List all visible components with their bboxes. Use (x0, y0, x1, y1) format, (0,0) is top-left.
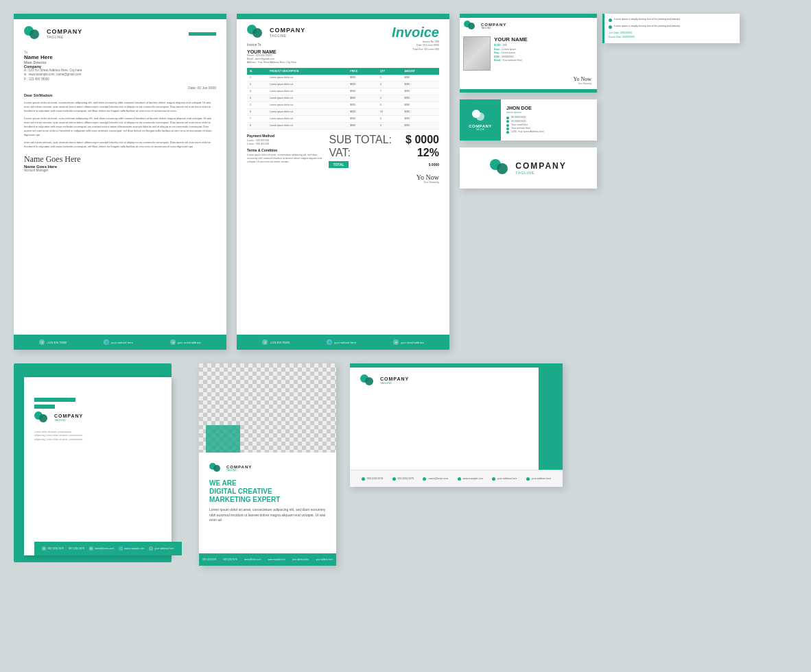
folder-email-icon: ✉ (89, 547, 93, 551)
folder-tagline: TAGLINE (54, 418, 83, 422)
vat-label: VAT: (329, 147, 350, 159)
envelope-area: COMPANY TAGLINE 000 1234 5678 000 1234 5… (350, 363, 563, 487)
biz-back-company: COMPANY (515, 161, 566, 171)
folder-body: COMPANY TAGLINE Lorem dolor sit amet. co… (24, 377, 172, 448)
envelope-logo: COMPANY TAGLINE (360, 374, 552, 387)
cell-sl: 1 (247, 75, 267, 82)
id-logo-icon (464, 21, 478, 32)
invoice-table-header: SL PRODUCT DESCRIPTION PRICE QTY AMOUNT (247, 68, 439, 75)
brochure-footer-addr1: your address here (292, 558, 309, 561)
id-card-body: YOUR NAME ID NO : 000 Dept. : Lorem Ipsu… (460, 33, 597, 74)
brochure-tagline: TAGLINE (226, 469, 252, 472)
recipient-name: Name Here (24, 54, 216, 60)
env-email-dot (423, 477, 426, 481)
cell-price: $000 (347, 108, 377, 115)
folder-web-icon: 🌐 (119, 547, 123, 551)
folder-footer-addr: 📍 your address here (149, 547, 174, 551)
cell-sl: 4 (247, 95, 267, 101)
table-row: 6Lorem ipsum dolor sit$00010$000 (247, 108, 439, 115)
folder-phone-icon: ✆ (42, 547, 46, 551)
env-footer-addr1: your address here (492, 477, 517, 481)
top-row: COMPANY TAGLINE To. Name Here Main Direc… (14, 14, 797, 350)
cell-price: $000 (347, 115, 377, 122)
letterhead-header-bar (14, 14, 226, 19)
brochure-footer-phone1: 000 1234 5678 (202, 558, 216, 561)
folder-addr-icon: 📍 (149, 547, 153, 551)
envelope-logo-area: COMPANY TAGLINE (350, 368, 563, 390)
cell-amount: $000 (401, 115, 439, 122)
cell-amount: $000 (401, 88, 439, 95)
vat-row: VAT: 12% (329, 147, 439, 159)
id-tagline: TAGLINE (481, 27, 506, 29)
envelope-footer: 000 1234 5678 000 1234 5679 name@lorem.c… (350, 470, 563, 487)
brochure-footer-phone2: 000 1234 5679 (224, 558, 237, 561)
inv-company-name: COMPANY (270, 27, 305, 34)
env-footer-email: name@lorem.com (423, 477, 448, 481)
cell-price: $000 (347, 81, 377, 88)
body-paragraph-3: enim ad minim veniam, quis nostrud exerc… (24, 141, 216, 149)
cell-desc: Lorem ipsum dolor sit (267, 122, 347, 129)
envelope-logo-c2 (365, 377, 373, 385)
table-row: 5Lorem ipsum dolor sit$0006$000 (247, 101, 439, 108)
cell-qty: 3 (377, 81, 401, 88)
letterhead-top: COMPANY TAGLINE (14, 19, 226, 45)
brochure-document: COMPANY TAGLINE WE ARE DIGITAL CREATIVE … (199, 363, 336, 566)
brochure-logo: COMPANY TAGLINE (209, 463, 326, 474)
cell-price: $000 (347, 75, 377, 82)
folder-text: Lorem dolor sit amet. consectetuer adipi… (34, 431, 161, 442)
brochure-logo-c2 (213, 465, 220, 472)
total-row-final: TOTAL $ 0000 (329, 161, 439, 168)
brochure-footer-email: name@lorem.com (244, 558, 261, 561)
folder-logo: COMPANY TAGLINE (34, 411, 161, 424)
id-signature: Yo Now (465, 76, 591, 82)
phone-icon: ✆ (39, 339, 45, 345)
payment-title: Payment Method (247, 134, 322, 138)
cell-qty: 2 (377, 95, 401, 101)
date-line: Date: 00 Jun 0000 (24, 86, 216, 90)
letterhead-body: To. Name Here Main Director Company A : … (14, 45, 226, 180)
id-photo (463, 36, 491, 71)
logo-circle2 (30, 29, 39, 39)
lorem-cards: Lorem ipsum is simply dummy text of the … (602, 14, 740, 93)
total-label: TOTAL (329, 161, 348, 168)
recipient-address: A : 123 Yur Street Address Here, City he… (24, 69, 216, 82)
logo-icon (24, 26, 43, 41)
inv-email-icon: ✉ (393, 339, 399, 345)
folder-footer-phone1: ✆ 000 1234 5678 (42, 547, 63, 551)
folder-accent1 (34, 398, 75, 402)
invoice-to-name: YOUR NAME (247, 49, 305, 54)
signature-script: Name Goes Here (24, 154, 216, 165)
folder-logo-icon (34, 411, 51, 424)
inv-footer-email: ✉ your email address (393, 339, 424, 345)
inv-logo-text: COMPANY TAGLINE (270, 27, 305, 38)
biz-logo-c2 (476, 112, 484, 121)
letterhead-document: COMPANY TAGLINE To. Name Here Main Direc… (14, 14, 226, 350)
brochure-logo-area: COMPANY TAGLINE (209, 463, 326, 474)
invoice-left: COMPANY TAGLINE Invoice To: YOUR NAME Ph… (247, 25, 305, 64)
bottom-row: COMPANY TAGLINE Lorem dolor sit amet. co… (14, 363, 797, 569)
biz-back-tagline: TAGLINE (515, 171, 566, 175)
brochure-footer: 000 1234 5678 000 1234 5679 name@lorem.c… (199, 553, 336, 566)
invoice-table-wrapper: SL PRODUCT DESCRIPTION PRICE QTY AMOUNT … (237, 68, 449, 130)
footer-phone: ✆ +123 456 78900 (39, 339, 67, 345)
invoice-sig-label: Your Sincerely (329, 181, 439, 184)
brochure-body: COMPANY TAGLINE WE ARE DIGITAL CREATIVE … (199, 453, 336, 530)
cell-desc: Lorem ipsum dolor sit (267, 115, 347, 122)
cell-qty: 4 (377, 122, 401, 129)
biz-back-c2 (497, 163, 508, 174)
web-icon: 🌐 (104, 339, 109, 345)
inv-logo-icon (247, 25, 266, 40)
subtotal-label: SUB TOTAL: (329, 134, 392, 146)
env-addr2-dot (526, 477, 530, 481)
vat-val: 12% (417, 147, 439, 159)
env-phone1-dot (362, 477, 365, 481)
subtotal-row: SUB TOTAL: $ 0000 (329, 134, 439, 146)
id-sig-area: Yo Now Your Sincerely (460, 74, 597, 87)
lorem-dates: Join Date: 00/00/0000 Expire Date: 00/00… (609, 32, 736, 39)
brochure-accent-block (206, 425, 240, 453)
cell-sl: 8 (247, 122, 267, 129)
envelope-logo-text: COMPANY TAGLINE (380, 376, 409, 385)
business-card-back: COMPANY TAGLINE (460, 147, 597, 189)
envelope-logo-icon (360, 374, 377, 387)
cell-amount: $000 (401, 95, 439, 101)
